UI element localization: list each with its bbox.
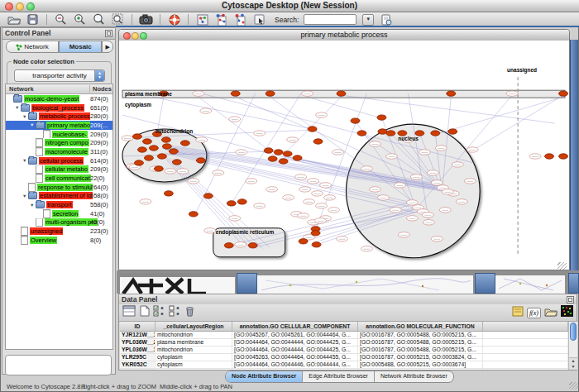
table-cell[interactable]: mitochondrion	[156, 332, 232, 338]
table-cell[interactable]: [GO:0045267, GO:0045261, GO:0044464, G..…	[232, 332, 358, 338]
window-resize-grip[interactable]	[569, 382, 578, 390]
tree-row[interactable]: ▼transport558(0)	[6, 200, 112, 209]
network-node-white[interactable]	[506, 91, 518, 96]
network-node-orange[interactable]	[545, 154, 554, 159]
network-node-orange[interactable]	[134, 160, 143, 165]
table-cell[interactable]: mitochondrion	[156, 347, 232, 353]
tree-row[interactable]: multi-organism pro42(0)	[6, 218, 112, 227]
table-cell[interactable]	[483, 347, 568, 353]
network-node-orange[interactable]	[164, 191, 173, 196]
table-cell[interactable]: YPL036W__2	[120, 339, 156, 346]
network-node-white[interactable]	[328, 208, 340, 213]
network-node-orange[interactable]	[231, 91, 240, 96]
table-cell[interactable]	[483, 369, 568, 370]
network-node-white[interactable]	[165, 169, 176, 174]
table-cell[interactable]: cytoplasm	[156, 361, 232, 368]
network-node-orange[interactable]	[203, 194, 213, 198]
tree-row[interactable]: ▼primary metabo209(...	[6, 121, 112, 130]
select-all-attributes-icon[interactable]	[153, 305, 165, 320]
network-node-orange[interactable]	[274, 150, 283, 155]
tree-row[interactable]: ▼metabolic process280(0)	[6, 112, 112, 121]
tree-row[interactable]: ▼cellular process614(0)	[6, 156, 112, 165]
network-node-white[interactable]	[304, 199, 315, 204]
network-node-orange[interactable]	[180, 141, 189, 146]
network-node-orange[interactable]	[137, 147, 146, 152]
scrollbar-thumb[interactable]	[570, 323, 577, 341]
column-header[interactable]: ID	[120, 322, 156, 331]
vizmapper-icon[interactable]	[195, 13, 209, 26]
background-window-titlebar[interactable]	[475, 273, 495, 294]
table-cell[interactable]: [GO:0016787, GO:0005215, GO:0003824, G..…	[358, 354, 483, 361]
network-node-white[interactable]	[122, 136, 133, 141]
network-node-white[interactable]	[385, 154, 397, 159]
tab-overflow-arrow[interactable]: ▶	[102, 41, 113, 53]
zoom-fit-icon[interactable]	[111, 13, 125, 26]
network-node-white[interactable]	[337, 237, 348, 241]
function-builder-icon[interactable]: f(x)	[527, 308, 541, 318]
table-cell[interactable]	[483, 361, 568, 368]
network-node-white[interactable]	[427, 170, 438, 175]
table-row[interactable]: YLR295Ccytoplasm[GO:0045263, GO:0044464,…	[120, 354, 568, 361]
network-node-white[interactable]	[315, 218, 327, 223]
search-dropdown-icon[interactable]: ▼	[362, 14, 374, 26]
column-header[interactable]: annotation.GO MOLECULAR_FUNCTION	[358, 322, 483, 331]
import-table-icon[interactable]	[233, 13, 247, 26]
network-node-white[interactable]	[390, 208, 401, 213]
help-icon[interactable]	[167, 13, 181, 26]
network-node-orange[interactable]	[559, 91, 568, 96]
tree-row[interactable]: ▼biological_process651(0)	[6, 103, 112, 112]
tab-mosaic[interactable]: Mosaic	[59, 41, 102, 53]
table-row[interactable]: YKR052Ccytoplasm[GO:0044464, GO:0044446,…	[120, 361, 568, 369]
network-node-white[interactable]	[177, 169, 189, 174]
background-window-titlebar[interactable]	[568, 273, 579, 294]
network-node-orange[interactable]	[313, 139, 323, 144]
snapshot-icon[interactable]	[139, 13, 153, 26]
network-node-white[interactable]	[188, 179, 199, 184]
label-icon[interactable]	[512, 305, 524, 320]
network-node-orange[interactable]	[144, 155, 153, 160]
network-node-white[interactable]	[196, 137, 208, 142]
table-row[interactable]: YPL036W__2plasma membrane[GO:0044464, GO…	[120, 339, 568, 347]
network-node-white[interactable]	[431, 237, 443, 241]
node-color-dropdown[interactable]: transporter activity ▲▼	[14, 69, 105, 82]
table-cell[interactable]: YPL036W__1	[120, 347, 156, 353]
table-cell[interactable]: [GO:0044464, GO:0044444, GO:0044425, G..…	[232, 339, 358, 346]
network-node-orange[interactable]	[149, 146, 158, 151]
network-node-white[interactable]	[254, 131, 266, 136]
table-row[interactable]: YPL036W__1mitochondrion[GO:0044464, GO:0…	[120, 347, 568, 354]
table-cell[interactable]: YJR121W__1	[120, 332, 156, 338]
matrix-icon[interactable]	[561, 305, 573, 320]
network-node-white[interactable]	[229, 117, 241, 122]
open-icon[interactable]	[7, 13, 21, 26]
table-cell[interactable]: YLR295C	[120, 354, 156, 361]
table-cell[interactable]: YDR039C__1	[120, 369, 156, 370]
network-node-orange[interactable]	[142, 139, 151, 144]
network-node-orange[interactable]	[157, 154, 166, 159]
import-network-icon[interactable]	[214, 13, 228, 26]
network-node-white[interactable]	[435, 146, 447, 151]
network-node-white[interactable]	[266, 187, 278, 192]
network-canvas[interactable]: plasma membranecytoplasmmitochondrionnuc…	[119, 41, 569, 266]
network-node-white[interactable]	[324, 195, 336, 200]
table-cell[interactable]: [GO:0044464, GO:0044446, GO:0044444, G..…	[232, 361, 358, 368]
network-node-white[interactable]	[302, 91, 313, 96]
expand-arrow-icon[interactable]: ▼	[30, 203, 36, 208]
network-node-white[interactable]	[439, 208, 451, 213]
tab-network[interactable]: Network	[6, 41, 59, 53]
table-row[interactable]: YJR121W__1mitochondrion[GO:0045267, GO:0…	[120, 332, 568, 339]
zoom-selected-icon[interactable]	[92, 13, 106, 26]
network-node-white[interactable]	[431, 180, 443, 185]
session-note-icon[interactable]	[379, 13, 393, 26]
column-header[interactable]: _cellularLayoutRegion	[156, 322, 232, 331]
network-node-white[interactable]	[452, 162, 463, 167]
column-header[interactable]: annotation.GO CELLULAR_COMPONENT	[232, 322, 358, 331]
network-node-orange[interactable]	[224, 243, 233, 248]
network-node-white[interactable]	[529, 154, 541, 159]
table-cell[interactable]: [GO:0044464, GO:0044444, GO:0044425, G..…	[232, 347, 358, 353]
network-node-white[interactable]	[464, 179, 476, 184]
save-icon[interactable]	[26, 13, 40, 26]
network-node-white[interactable]	[308, 179, 319, 184]
network-node-orange[interactable]	[196, 158, 205, 163]
background-window-canvas[interactable]	[495, 275, 565, 294]
table-cell[interactable]: [GO:0016787, GO:0005488, GO:0005215, G..…	[358, 347, 483, 353]
